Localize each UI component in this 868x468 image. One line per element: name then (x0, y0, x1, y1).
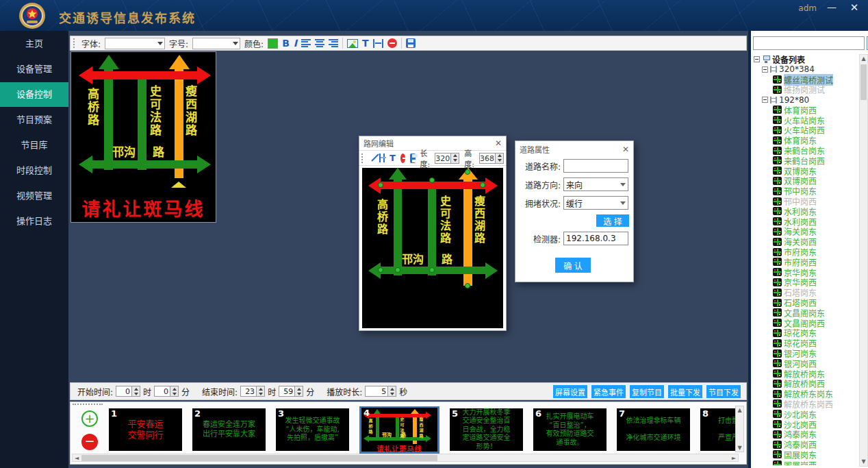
panel-grip[interactable] (73, 404, 103, 406)
scrollbar-thumb[interactable] (81, 455, 437, 461)
edit-handle[interactable] (378, 267, 383, 273)
tree-device-node[interactable]: 国展岗西 (752, 460, 859, 465)
save-icon[interactable] (406, 38, 416, 48)
edit-handle[interactable] (465, 169, 470, 175)
logged-in-user[interactable]: adm (798, 3, 817, 13)
tree-device-node[interactable]: 国展岗东 (752, 449, 859, 460)
bold-button[interactable]: B (282, 38, 290, 48)
stepper-arrows[interactable] (132, 386, 140, 397)
font-family-select[interactable] (105, 38, 165, 49)
tree-device-node[interactable]: 石塔岗东 (752, 287, 859, 297)
frame-thumbnail[interactable]: 6扎实开展电动车“百日整治”，有效预防道路交通事故。 (533, 408, 607, 451)
end-minute-stepper[interactable]: 59 (279, 386, 303, 397)
sign-preview-canvas[interactable]: 高桥路 史可法路 瘦西湖路 邗沟 路 请礼让斑马线 (71, 51, 216, 223)
stepper-arrows[interactable] (496, 153, 504, 164)
stepper-arrows[interactable] (257, 386, 265, 397)
tree-device-node[interactable]: 解放桥东岗西 (752, 399, 859, 409)
text-tool-icon[interactable]: T (362, 38, 369, 48)
road-direction-select[interactable]: 来向 (563, 177, 628, 191)
height-stepper[interactable]: 368 (479, 153, 504, 164)
action-button[interactable]: 复制节目 (630, 385, 664, 398)
edit-handle[interactable] (378, 182, 383, 188)
add-frame-button[interactable]: + (81, 410, 98, 427)
sidebar-item-link[interactable]: 视频管理 (0, 184, 68, 208)
stepper-arrows[interactable] (451, 153, 459, 164)
frame-thumbnail[interactable]: 8打击整治“炸 严查严处“机 (700, 408, 739, 451)
color-swatch[interactable] (268, 38, 278, 49)
tree-device-node[interactable]: 京华岗西 (752, 278, 859, 288)
edit-handle[interactable] (465, 283, 470, 288)
tree-root-node[interactable]: 设备列表 (752, 54, 859, 64)
playlist-vertical-scrollbar[interactable]: ▲▼ (735, 406, 744, 452)
tree-device-node[interactable]: 解放桥东岗东 (752, 389, 859, 399)
spacing-icon[interactable] (373, 39, 383, 48)
sidebar-item-link[interactable]: 主页 (0, 32, 68, 56)
scrollbar-thumb[interactable] (860, 64, 867, 100)
end-hour-stepper[interactable]: 23 (240, 386, 265, 397)
start-hour-stepper[interactable]: 0 (116, 386, 140, 397)
tree-device-node[interactable]: 石塔岗西 (752, 297, 859, 308)
close-icon[interactable]: ✕ (622, 145, 629, 154)
device-label[interactable]: 国展岗西 (784, 459, 817, 465)
frame-thumbnail[interactable]: 5大力开展秋冬季交通安全整治百日会战，全力稳定道路交通安全形势！ (450, 408, 523, 451)
road-name-input[interactable] (563, 159, 628, 173)
tree-device-node[interactable]: 京华岗东 (752, 267, 859, 278)
align-left-icon[interactable] (301, 39, 311, 47)
tree-device-node[interactable]: 银河岗西 (752, 358, 859, 369)
tree-group-node[interactable]: 320*384 (752, 64, 859, 75)
scroll-up-icon[interactable]: ▲ (736, 406, 743, 414)
end-minute-value[interactable]: 59 (279, 386, 295, 397)
save-icon[interactable] (410, 153, 415, 163)
tree-expander[interactable] (762, 97, 768, 103)
delete-icon[interactable] (387, 38, 397, 48)
end-hour-value[interactable]: 23 (240, 386, 257, 397)
tree-device-node[interactable]: 维扬岗测试 (752, 84, 859, 95)
toolbar-grip[interactable] (73, 38, 76, 48)
tree-device-node[interactable]: 银河岗东 (752, 348, 859, 358)
tree-device-node[interactable]: 火车站岗西 (752, 125, 859, 136)
tree-device-node[interactable]: 市府岗西 (752, 257, 859, 267)
detector-input[interactable]: 192.168.0.3 (563, 232, 628, 245)
stepper-arrows[interactable] (170, 386, 179, 397)
frame-thumbnail[interactable]: 2春运安全连万家出行平安靠大家 (192, 408, 266, 451)
congestion-select[interactable]: 缓行 (563, 196, 628, 210)
tree-device-node[interactable]: 来鹤台岗西 (752, 156, 859, 166)
tree-device-node[interactable]: 解放桥岗东 (752, 369, 859, 379)
sidebar-item-active[interactable]: 设备控制 (0, 82, 68, 107)
frame-thumbnail[interactable]: 7依法治理非标车辆 净化城市交通环境 (617, 408, 690, 451)
action-button[interactable]: 屏幕设置 (553, 385, 587, 398)
edit-handle[interactable] (480, 182, 485, 188)
tree-group-node[interactable]: 192*80 (752, 95, 859, 105)
font-size-select[interactable] (192, 38, 240, 49)
scroll-right-icon[interactable]: ► (730, 454, 738, 461)
frame-thumbnail[interactable]: 4高桥路史可法路瘦西湖路邗沟路请礼让斑马线 (359, 406, 439, 454)
start-minute-value[interactable]: 0 (154, 386, 170, 397)
length-stepper[interactable]: 320 (435, 153, 459, 164)
delete-icon[interactable] (400, 153, 405, 163)
stepper-arrows[interactable] (295, 386, 303, 397)
frame-thumbnail[interactable]: 1平安春运交警同行 (109, 408, 182, 451)
tree-device-node[interactable]: 沙北岗东 (752, 409, 859, 419)
remove-frame-button[interactable]: − (81, 434, 98, 450)
align-right-icon[interactable] (329, 39, 338, 47)
close-icon[interactable]: ✕ (847, 1, 861, 14)
tree-device-node[interactable]: 鸿泰岗东 (752, 429, 859, 439)
start-minute-stepper[interactable]: 0 (154, 386, 179, 397)
tree-device-node[interactable]: 文昌阁岗东 (752, 308, 859, 318)
tree-device-node[interactable]: 文昌阁岗西 (752, 318, 859, 328)
tree-device-node[interactable]: 解放桥岗西 (752, 379, 859, 389)
action-button[interactable]: 批量下发 (668, 385, 702, 398)
select-button[interactable]: 选 择 (596, 214, 629, 227)
dialog-titlebar[interactable]: 路网编辑 ✕ (359, 136, 506, 150)
tree-device-node[interactable]: 体育岗西 (752, 105, 859, 115)
search-input[interactable] (753, 36, 865, 50)
tree-expander[interactable] (754, 56, 760, 62)
tree-device-node[interactable]: 海关岗东 (752, 227, 859, 237)
text-tool-icon[interactable]: T (390, 153, 396, 163)
action-button[interactable]: 紧急事件 (591, 385, 626, 398)
tree-device-node[interactable]: 双博岗西 (752, 176, 859, 186)
start-hour-value[interactable]: 0 (116, 386, 132, 397)
height-value[interactable]: 368 (479, 153, 496, 164)
sidebar-item-link[interactable]: 节目库 (0, 133, 68, 158)
playlist-horizontal-scrollbar[interactable]: ◄► (72, 454, 739, 462)
